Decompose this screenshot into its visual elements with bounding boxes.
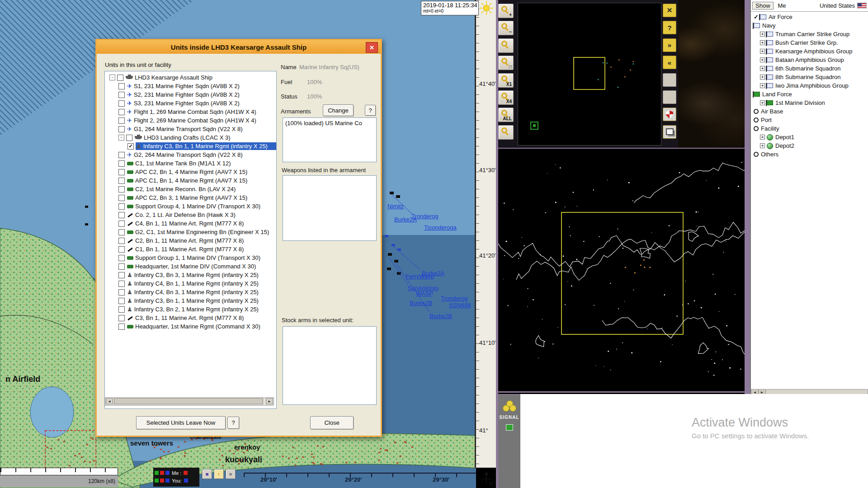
- unit-tree-item[interactable]: Infantry C4, Bn 1, 1 Marine Rgmt (infant…: [105, 279, 276, 288]
- unit-tree-item[interactable]: Infantry C4, Bn 3, 1 Marine Rgmt (infant…: [105, 288, 276, 296]
- unit-checkbox[interactable]: [118, 306, 125, 313]
- weapons-list-box[interactable]: [283, 175, 377, 241]
- blank-1-button[interactable]: [663, 73, 676, 87]
- unit-checkbox[interactable]: [118, 152, 125, 158]
- close-button[interactable]: ✕: [663, 4, 676, 17]
- ship-label[interactable]: Burke2B: [429, 313, 452, 319]
- zoom-area-button[interactable]: [498, 38, 514, 53]
- expand-icon[interactable]: +: [760, 32, 765, 37]
- force-tree[interactable]: ✓Air ForceNavy+Truman Carrier Strike Gro…: [751, 13, 868, 159]
- unit-tree-item[interactable]: G2, C1, 1st Marine Engineering Bn (Engin…: [105, 228, 276, 236]
- show-button[interactable]: Show: [752, 2, 774, 9]
- unit-checkbox[interactable]: [118, 324, 125, 330]
- dialog-close-button[interactable]: Close: [310, 416, 354, 429]
- unit-tree-item[interactable]: Infantry C3, Bn 3, 1 Marine Rgmt (infant…: [105, 271, 276, 279]
- unit-tree-item[interactable]: -LHD3 Kearsarge Assault Ship: [105, 73, 276, 82]
- zoom-x4-button[interactable]: X4: [498, 90, 514, 105]
- minimap[interactable]: [518, 3, 661, 145]
- unit-tree-item[interactable]: S2, 231 Marine Fighter Sqdn (AV8B X 2): [105, 90, 276, 99]
- unit-tree-item[interactable]: C3, Bn 1, 11 Marine Art. Rgmt (M777 X 8): [105, 314, 276, 322]
- strategic-radar-map[interactable]: [498, 148, 745, 393]
- force-tree-item[interactable]: Air Base: [751, 107, 868, 116]
- unit-tree-item[interactable]: Infantry C3, Bn 1, 1 Marine Rgmt (infant…: [105, 296, 276, 305]
- force-tree-item[interactable]: +Kearsarge Amphibious Group: [751, 47, 868, 56]
- unit-tree-item[interactable]: C2, Bn 1, 11 Marine Art. Rgmt (M777 X 8): [105, 236, 276, 245]
- unit-checkbox[interactable]: [118, 160, 125, 167]
- zoom-all-button[interactable]: ALL: [498, 108, 514, 122]
- ship-label[interactable]: Ticonderoga: [424, 224, 457, 231]
- unit-checkbox[interactable]: [118, 315, 125, 321]
- unit-tree-item[interactable]: Flight 2, 269 Marine Combat Sqdn (AH1W X…: [105, 116, 276, 125]
- expand-icon[interactable]: +: [760, 143, 765, 148]
- expand-icon[interactable]: +: [760, 135, 765, 140]
- change-armament-button[interactable]: Change: [323, 104, 354, 116]
- armament-box[interactable]: (100% loaded) US Marine Co: [283, 117, 377, 162]
- forward-button[interactable]: »: [663, 38, 676, 52]
- unit-tree-item[interactable]: -LHD3 Landing Crafts (LCAC X 3): [105, 133, 276, 142]
- unit-tree-item[interactable]: Headquarter, 1st Marine DIV (Command X 3…: [105, 262, 276, 271]
- unit-checkbox[interactable]: [118, 263, 125, 270]
- ship-label[interactable]: Tronderog: [441, 295, 468, 302]
- force-tree-item[interactable]: Navy: [751, 21, 868, 30]
- dialog-titlebar[interactable]: Units inside LHD3 Kearsarge Assault Ship…: [97, 40, 381, 54]
- force-tree-item[interactable]: +Iwo Jima Amphibious Group: [751, 81, 868, 90]
- unit-checkbox[interactable]: [118, 195, 125, 201]
- scroll-right-button[interactable]: ►: [266, 398, 273, 404]
- ship-label[interactable]: Burke2B: [410, 300, 432, 306]
- unit-tree-item[interactable]: C4, Bn 1, 11 Marine Art. Rgmt (M777 X 8): [105, 219, 276, 228]
- unit-checkbox[interactable]: [118, 117, 125, 124]
- unit-checkbox[interactable]: [118, 92, 125, 98]
- expand-icon[interactable]: +: [760, 83, 765, 88]
- zoom-out-button[interactable]: −: [498, 21, 514, 35]
- dialog-help-button[interactable]: ?: [227, 417, 239, 429]
- unit-checkbox[interactable]: [118, 178, 125, 184]
- force-tree-item[interactable]: Port: [751, 116, 868, 124]
- unit-checkbox[interactable]: [118, 100, 125, 107]
- unit-checkbox[interactable]: [118, 212, 125, 218]
- unit-checkbox[interactable]: [118, 289, 125, 296]
- unit-tree-item[interactable]: C2, 1st Marine Reconn. Bn (LAV X 24): [105, 185, 276, 193]
- unit-tree[interactable]: -LHD3 Kearsarge Assault ShipS1, 231 Mari…: [104, 71, 277, 409]
- unit-checkbox[interactable]: [118, 169, 125, 175]
- close-button[interactable]: ✕: [366, 42, 378, 53]
- shield-button[interactable]: [663, 108, 676, 121]
- unit-tree-item[interactable]: ✓Infantry C3, Bn 1, 1 Marine Rgmt (infan…: [105, 142, 276, 150]
- expand-icon[interactable]: +: [760, 49, 765, 54]
- force-tree-item[interactable]: ✓Air Force: [751, 13, 868, 21]
- unit-checkbox[interactable]: [118, 83, 125, 89]
- force-tree-item[interactable]: +Depot1: [751, 133, 868, 141]
- me-tab[interactable]: Me: [778, 2, 786, 9]
- zoom-in-button[interactable]: +: [498, 4, 514, 18]
- force-tree-item[interactable]: Others: [751, 150, 868, 159]
- minimap-viewport-rect[interactable]: [574, 57, 605, 89]
- expand-icon[interactable]: +: [760, 57, 765, 62]
- collapse-icon[interactable]: -: [118, 135, 124, 141]
- unit-checkbox[interactable]: [118, 255, 125, 261]
- unit-tree-item[interactable]: Flight 1, 269 Marine Combat Sqdn (AH1W X…: [105, 108, 276, 116]
- expand-icon[interactable]: +: [760, 66, 765, 71]
- unit-checkbox[interactable]: [126, 135, 132, 141]
- force-tree-item[interactable]: +Bataan Amphibious Group: [751, 56, 868, 64]
- unit-tree-item[interactable]: APC C2, Bn 3, 1 Marine Rgmt (AAV7 X 15): [105, 193, 276, 202]
- unit-tree-item[interactable]: G1, 264 Marine Transport Sqdn (V22 X 8): [105, 125, 276, 133]
- unit-checkbox[interactable]: [118, 298, 125, 304]
- scroll-left-button[interactable]: ◄: [106, 398, 113, 404]
- zoom-x1-button[interactable]: X1: [498, 73, 514, 88]
- unit-tree-item[interactable]: G2, 264 Marine Transport Sqdn (V22 X 8): [105, 150, 276, 159]
- blank-2-button[interactable]: [663, 90, 676, 104]
- unit-tree-item[interactable]: Support Group 4, 1 Marine DIV (Transport…: [105, 202, 276, 211]
- force-tree-item[interactable]: +8th Submarine Squadron: [751, 73, 868, 81]
- zoom-select-button[interactable]: □: [498, 56, 514, 70]
- force-tree-item[interactable]: +Depot2: [751, 141, 868, 150]
- unit-checkbox[interactable]: [118, 229, 125, 235]
- force-tree-item[interactable]: +1st Marine Division: [751, 99, 868, 107]
- unit-tree-item[interactable]: Support Group 1, 1 Marine DIV (Transport…: [105, 253, 276, 262]
- unit-tree-item[interactable]: C1, Bn 1, 11 Marine Art. Rgmt (M777 X 8): [105, 245, 276, 253]
- force-tree-item[interactable]: Land Force: [751, 90, 868, 99]
- unit-tree-item[interactable]: S3, 231 Marine Fighter Sqdn (AV8B X 2): [105, 99, 276, 108]
- unit-checkbox[interactable]: [118, 203, 125, 210]
- expand-icon[interactable]: +: [760, 40, 765, 45]
- unit-checkbox[interactable]: [118, 221, 125, 227]
- expand-icon[interactable]: +: [760, 100, 765, 105]
- layers-button[interactable]: [663, 125, 676, 139]
